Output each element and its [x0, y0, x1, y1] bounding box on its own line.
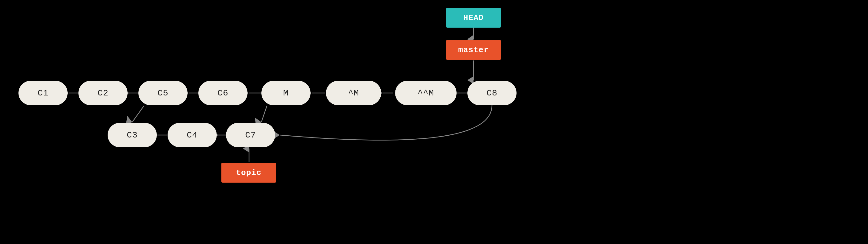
node-c7: C7 — [226, 123, 275, 147]
arrows-svg — [0, 0, 868, 244]
node-caret-caret-m: ^^M — [395, 81, 457, 105]
node-c2: C2 — [79, 81, 128, 105]
node-caret-m: ^M — [326, 81, 381, 105]
node-c8: C8 — [467, 81, 517, 105]
node-c5: C5 — [138, 81, 188, 105]
topic-label: topic — [221, 163, 276, 183]
node-c1: C1 — [19, 81, 68, 105]
head-label: HEAD — [446, 8, 501, 28]
node-c3: C3 — [107, 123, 157, 147]
node-c6: C6 — [198, 81, 248, 105]
diagram: C1 C2 C5 C6 M ^M ^^M C8 C3 C4 C7 HEAD ma… — [0, 0, 868, 244]
node-m: M — [261, 81, 311, 105]
master-label: master — [446, 40, 501, 60]
node-c4: C4 — [167, 123, 217, 147]
